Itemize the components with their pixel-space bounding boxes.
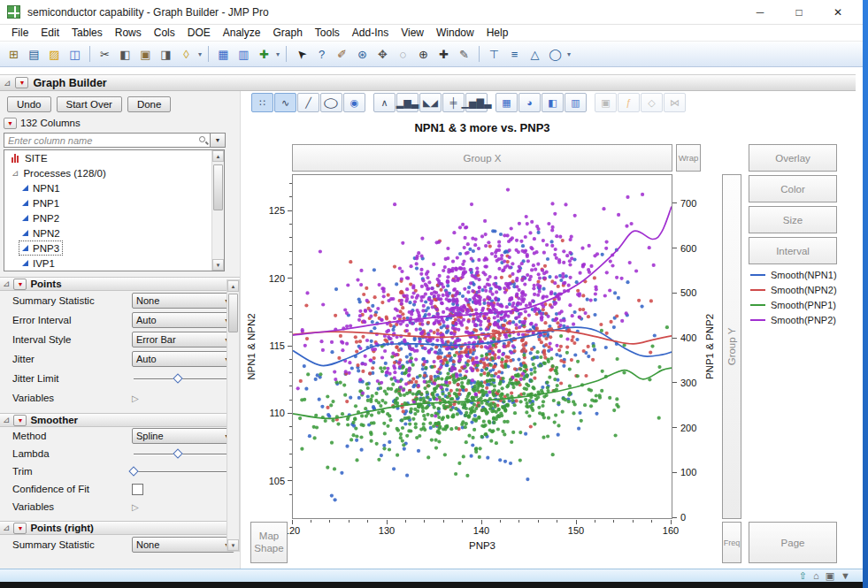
lines-tool-icon[interactable]: ≡ <box>505 45 524 64</box>
columns-red-triangle[interactable]: ▼ <box>4 118 17 129</box>
menu-analyze[interactable]: Analyze <box>217 25 267 41</box>
summary-statistic-dropdown[interactable]: None▼ <box>132 293 234 309</box>
toolbar-overflow-icon[interactable]: ▾ <box>567 50 571 58</box>
lock-icon[interactable]: ◊ <box>177 45 196 64</box>
lasso-tool-icon[interactable]: ◌ <box>394 45 412 64</box>
column-search-input[interactable] <box>4 134 210 147</box>
points-element-icon[interactable]: ∷ <box>251 93 273 112</box>
group-y-drop-zone[interactable]: Group Y <box>722 174 741 519</box>
close-button[interactable]: ✕ <box>818 0 857 25</box>
hand-tool-icon[interactable]: ✥ <box>373 45 392 64</box>
summary-table-icon[interactable]: ▥ <box>234 45 253 64</box>
scrollbar-thumb[interactable] <box>213 164 223 210</box>
toolbar-overflow-icon[interactable]: ▾ <box>198 50 202 58</box>
freq-drop-zone[interactable]: Freq <box>722 522 741 563</box>
menu-rows[interactable]: Rows <box>109 25 148 41</box>
column-list-scrollbar[interactable]: ▲ ▼ <box>211 150 224 271</box>
undo-button[interactable]: Undo <box>7 96 51 112</box>
collapse-icon[interactable]: ⊿ <box>3 523 10 532</box>
confidence-of-fit-checkbox[interactable] <box>132 484 143 495</box>
minimize-button[interactable]: ─ <box>741 0 780 25</box>
menu-tools[interactable]: Tools <box>309 25 346 41</box>
globe-tool-icon[interactable]: ⊛ <box>353 45 372 64</box>
scroll-up-icon[interactable]: ▲ <box>227 280 239 292</box>
lambda-slider[interactable] <box>132 447 234 461</box>
bar-element-icon[interactable]: ▂▆▃ <box>396 93 419 112</box>
overlay-drop-zone[interactable]: Overlay <box>749 144 837 172</box>
column-item-pnp3[interactable]: PNP3 <box>4 241 224 256</box>
legend-item[interactable]: Smooth(PNP1) <box>750 297 861 312</box>
add-columns-icon[interactable]: ✚ <box>255 45 273 64</box>
done-button[interactable]: Done <box>127 96 172 112</box>
menu-help[interactable]: Help <box>480 25 515 41</box>
map-shape-drop-zone[interactable]: MapShape <box>250 522 288 563</box>
formula-element-icon[interactable]: ƒ <box>618 93 640 112</box>
line-element-icon[interactable]: ∧ <box>373 93 396 112</box>
treemap-element-icon[interactable]: ◧ <box>542 93 564 112</box>
zoom-tool-icon[interactable]: ⊕ <box>414 45 433 64</box>
new-journal-icon[interactable]: ▤ <box>25 45 43 64</box>
interval-drop-zone[interactable]: Interval <box>749 237 837 264</box>
copy-special-icon[interactable]: ◨ <box>157 45 175 64</box>
collapse-icon[interactable]: ⊿ <box>3 279 10 288</box>
menu-add-ins[interactable]: Add-Ins <box>346 25 395 41</box>
map-shape-element-icon[interactable]: ◇ <box>641 93 663 112</box>
contour-element-icon[interactable]: ◉ <box>343 93 365 112</box>
legend-item[interactable]: Smooth(PNP2) <box>750 312 861 327</box>
parallel-element-icon[interactable]: ⋈ <box>664 93 686 112</box>
cut-icon[interactable]: ✂ <box>96 45 114 64</box>
method-dropdown[interactable]: Spline▼ <box>132 428 234 444</box>
size-drop-zone[interactable]: Size <box>749 206 837 233</box>
legend-item[interactable]: Smooth(NPN1) <box>750 267 861 282</box>
error-interval-dropdown[interactable]: Auto▼ <box>132 312 234 328</box>
new-window-icon[interactable]: ▦ <box>214 45 233 64</box>
line-of-fit-element-icon[interactable]: ╱ <box>297 93 319 112</box>
disclosure-open-icon[interactable]: ⊿ <box>12 168 19 178</box>
wrap-drop-zone[interactable]: Wrap <box>676 144 701 172</box>
home-icon[interactable]: ⌂ <box>813 571 819 581</box>
filter-status-icon[interactable]: ▼ <box>841 571 850 581</box>
toolbar-overflow-icon[interactable]: ▾ <box>276 50 280 58</box>
arrow-tool-icon[interactable]: ➤ <box>292 45 311 64</box>
page-drop-zone[interactable]: Page <box>749 522 837 563</box>
new-data-table-icon[interactable]: ⊞ <box>4 45 23 64</box>
variables-disclosure[interactable]: ▷ <box>132 502 139 512</box>
interval-style-dropdown[interactable]: Error Bar▼ <box>132 332 234 347</box>
menu-graph[interactable]: Graph <box>266 25 308 41</box>
scroll-up-icon[interactable]: ▲ <box>212 150 224 162</box>
area-element-icon[interactable]: ◣◢ <box>419 93 442 112</box>
search-filter-dropdown[interactable]: ▼ <box>211 133 226 148</box>
slider-thumb[interactable] <box>173 373 183 383</box>
red-triangle-menu[interactable]: ▼ <box>13 279 27 290</box>
ellipse-element-icon[interactable]: ◯ <box>320 93 342 112</box>
menu-edit[interactable]: Edit <box>35 25 65 41</box>
collapse-icon[interactable]: ⊿ <box>3 416 10 424</box>
window-status-icon[interactable]: ▣ <box>826 571 834 581</box>
column-item-site[interactable]: SITE <box>4 150 224 165</box>
menu-view[interactable]: View <box>395 25 430 41</box>
open-icon[interactable]: ▨ <box>45 45 64 64</box>
oval-tool-icon[interactable]: ◯ <box>546 45 565 64</box>
column-item-pnp2[interactable]: PNP2 <box>4 210 224 225</box>
menu-file[interactable]: File <box>5 25 35 41</box>
red-triangle-menu[interactable]: ▼ <box>13 523 27 534</box>
crosshair-tool-icon[interactable]: ✚ <box>434 45 453 64</box>
color-drop-zone[interactable]: Color <box>749 175 837 202</box>
jitter-dropdown[interactable]: Auto▼ <box>132 351 234 367</box>
caption-box-element-icon[interactable]: ▣ <box>595 93 617 112</box>
scrollbar-thumb[interactable] <box>228 294 238 332</box>
menu-window[interactable]: Window <box>430 25 480 41</box>
variables-disclosure[interactable]: ▷ <box>132 393 139 403</box>
pencil-tool-icon[interactable]: ✎ <box>455 45 473 64</box>
panel-scrollbar[interactable]: ▲ ▼ <box>227 279 240 552</box>
red-triangle-menu[interactable]: ▼ <box>15 77 28 88</box>
slider-thumb[interactable] <box>129 466 139 476</box>
mosaic-element-icon[interactable]: ▥ <box>565 93 587 112</box>
paste-icon[interactable]: ▣ <box>136 45 155 64</box>
column-item-npn1[interactable]: NPN1 <box>4 180 224 195</box>
column-item-processes-128-0[interactable]: ⊿Processes (128/0) <box>4 165 224 180</box>
scroll-down-icon[interactable]: ▼ <box>212 259 224 271</box>
scroll-top-icon[interactable]: ⇧ <box>799 571 807 581</box>
caption-tool-icon[interactable]: ⊤ <box>485 45 503 64</box>
legend-item[interactable]: Smooth(NPN2) <box>750 282 861 297</box>
